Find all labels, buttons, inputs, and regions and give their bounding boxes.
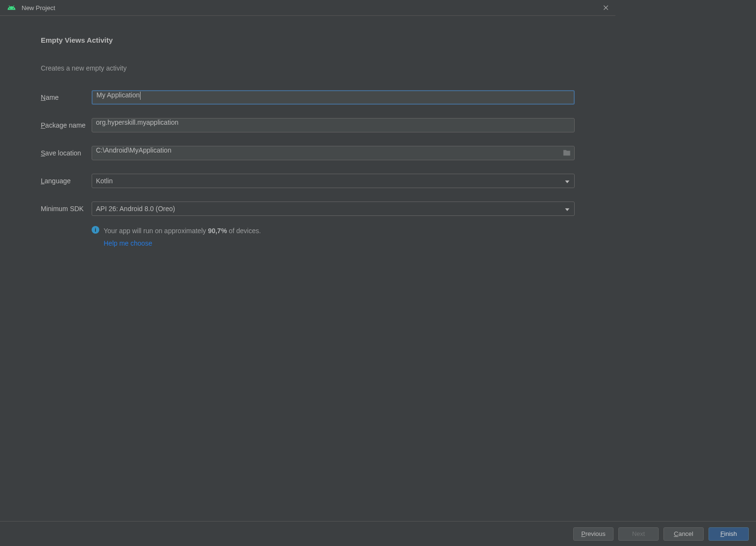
page-description: Creates a new empty activity	[41, 64, 575, 72]
device-coverage-info: i Your app will run on approximately 90,…	[92, 226, 575, 249]
dialog-content: Empty Views Activity Creates a new empty…	[0, 16, 615, 249]
android-icon	[7, 3, 16, 12]
language-select[interactable]: Kotlin	[92, 174, 575, 188]
info-icon: i	[92, 226, 99, 234]
help-me-choose-link[interactable]: Help me choose	[104, 238, 261, 249]
chevron-down-icon	[565, 177, 569, 185]
name-input[interactable]: My Application	[92, 90, 575, 105]
package-label: Package name	[41, 121, 92, 129]
package-input[interactable]: org.hyperskill.myapplication	[92, 118, 575, 132]
language-label: Language	[41, 177, 92, 185]
close-icon[interactable]	[601, 3, 611, 12]
minsdk-select[interactable]: API 26: Android 8.0 (Oreo)	[92, 202, 575, 216]
chevron-down-icon	[565, 205, 569, 213]
window-title: New Project	[22, 4, 55, 12]
location-label: Save location	[41, 149, 92, 157]
minsdk-label: Minimum SDK	[41, 205, 92, 213]
titlebar: New Project	[0, 0, 615, 16]
browse-folder-icon[interactable]	[563, 149, 571, 158]
location-input[interactable]: C:\Android\MyApplication	[92, 146, 575, 160]
page-title: Empty Views Activity	[41, 36, 575, 44]
name-label: Name	[41, 94, 92, 101]
